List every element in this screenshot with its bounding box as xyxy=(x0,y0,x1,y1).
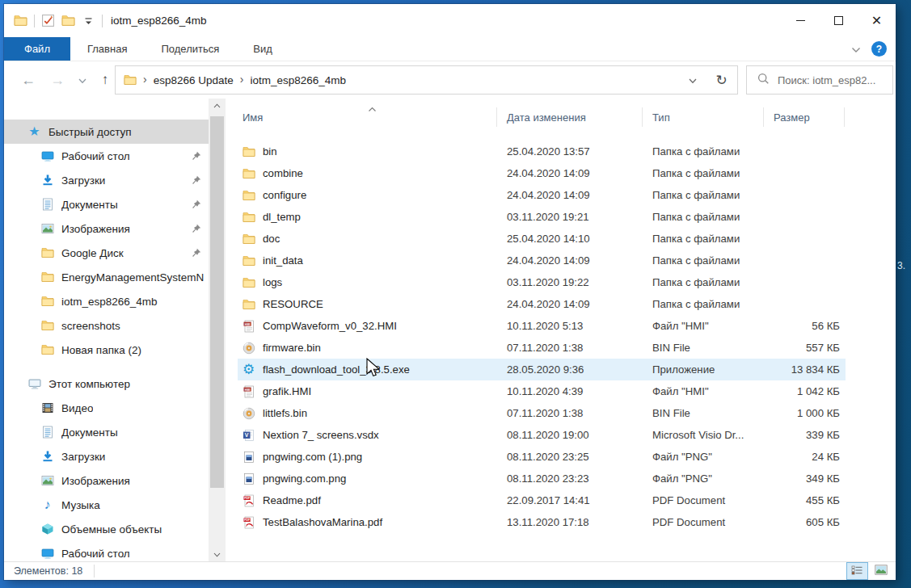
file-date: 25.04.2020 13:57 xyxy=(497,145,643,158)
file-name: RESOURCE xyxy=(263,298,323,310)
thumbnails-view-button[interactable] xyxy=(871,563,891,579)
titlebar[interactable]: iotm_esp8266_4mb ✕ xyxy=(4,4,896,37)
divider xyxy=(102,15,103,27)
breadcrumb-segment[interactable]: esp8266 Update xyxy=(154,74,234,86)
documents-icon xyxy=(40,198,54,212)
close-button[interactable]: ✕ xyxy=(858,4,896,37)
scroll-down-icon[interactable] xyxy=(209,548,226,561)
new-folder-icon[interactable] xyxy=(61,14,75,27)
file-name: init_data xyxy=(263,254,303,267)
sidebar-item[interactable]: Изображения xyxy=(4,468,209,493)
sidebar-section-header[interactable]: ★Быстрый доступ xyxy=(4,120,209,144)
downloads-icon xyxy=(40,450,54,464)
file-row[interactable]: combine24.04.2020 14:09Папка с файлами xyxy=(238,162,846,184)
file-row[interactable]: ⚙flash_download_tool_3.8.5.exe28.05.2020… xyxy=(238,359,846,380)
sidebar-item[interactable]: Документы xyxy=(4,192,209,216)
file-type: Папка с файлами xyxy=(643,233,764,245)
qat-dropdown-icon[interactable] xyxy=(82,14,95,27)
file-row[interactable]: firmware.bin07.11.2020 1:38BIN File557 К… xyxy=(238,337,846,359)
address-dropdown-button[interactable] xyxy=(680,66,706,94)
help-button[interactable]: ? xyxy=(871,41,887,57)
column-headers: Имя Дата изменения Тип Размер xyxy=(238,105,896,129)
file-type: Папка с файлами xyxy=(643,254,764,267)
pin-icon xyxy=(192,175,201,185)
status-bar: Элементов: 18 xyxy=(4,561,896,580)
sidebar-item-label: Документы xyxy=(61,426,118,439)
scrollbar-thumb[interactable] xyxy=(210,116,224,488)
sidebar-item[interactable]: Загрузки xyxy=(4,168,209,192)
file-size: 339 КБ xyxy=(764,429,845,441)
sidebar-item-label: Документы xyxy=(61,199,118,211)
file-type: Microsoft Visio Dr... xyxy=(643,429,764,441)
column-header-type[interactable]: Тип xyxy=(643,107,764,127)
sidebar-item[interactable]: iotm_esp8266_4mb xyxy=(4,289,209,313)
sidebar-item[interactable]: EnergyManagementSystemN xyxy=(4,265,209,289)
file-row[interactable]: HMIgrafik.HMI10.11.2020 4:39Файл "HMI"1 … xyxy=(238,380,846,402)
sidebar-item[interactable]: ♪Музыка xyxy=(4,493,209,517)
file-row[interactable]: littlefs.bin07.11.2020 1:38BIN File1 000… xyxy=(238,402,846,424)
png-file-icon xyxy=(242,472,255,485)
tab-home[interactable]: Главная xyxy=(70,37,144,61)
tab-file[interactable]: Файл xyxy=(4,37,70,61)
file-row[interactable]: PDFReadme.pdf22.09.2017 14:41PDF Documen… xyxy=(238,489,846,511)
file-type: PDF Document xyxy=(643,494,764,506)
file-row[interactable]: pngwing.com.png08.11.2020 23:23Файл "PNG… xyxy=(238,468,846,489)
column-header-size[interactable]: Размер xyxy=(764,107,845,127)
file-row[interactable]: HMICompWaveform_v0_32.HMI10.11.2020 5:13… xyxy=(238,315,846,337)
tab-view[interactable]: Вид xyxy=(236,37,289,61)
tab-share[interactable]: Поделиться xyxy=(144,37,236,61)
sidebar-item[interactable]: Видео xyxy=(4,396,209,420)
file-row[interactable]: RESOURCE24.04.2020 14:09Папка с файлами xyxy=(238,293,846,315)
thumbnails-view-icon xyxy=(875,565,888,578)
history-dropdown-button[interactable] xyxy=(74,61,91,99)
file-row[interactable]: init_data24.04.2020 14:09Папка с файлами xyxy=(238,250,846,271)
pin-icon xyxy=(192,151,201,161)
sidebar-item[interactable]: Документы xyxy=(4,420,209,444)
sidebar-scrollbar[interactable] xyxy=(209,99,226,561)
file-type: Папка с файлами xyxy=(643,189,764,201)
minimize-button[interactable] xyxy=(782,4,820,37)
maximize-button[interactable] xyxy=(820,4,858,37)
file-type: Приложение xyxy=(643,363,764,376)
column-header-date[interactable]: Дата изменения xyxy=(497,107,643,127)
refresh-button[interactable]: ↻ xyxy=(706,65,738,94)
sidebar-item[interactable]: Рабочий стол xyxy=(4,144,209,168)
view-toggle-buttons xyxy=(847,563,891,579)
sidebar-item[interactable]: screenshots xyxy=(4,313,209,338)
sidebar-item[interactable]: Рабочий стол xyxy=(4,541,209,561)
details-view-button[interactable] xyxy=(847,563,867,579)
scroll-up-icon[interactable] xyxy=(209,99,226,112)
file-row[interactable]: pngwing.com (1).png08.11.2020 23:25Файл … xyxy=(238,446,846,468)
file-date: 08.11.2020 23:23 xyxy=(497,472,643,485)
file-row[interactable]: configure24.04.2020 14:09Папка с файлами xyxy=(238,184,846,206)
file-row[interactable]: logs03.11.2020 19:22Папка с файлами xyxy=(238,271,846,293)
file-type: BIN File xyxy=(643,342,764,354)
checkmark-icon[interactable] xyxy=(41,14,55,27)
file-size: 24 КБ xyxy=(764,451,845,463)
sidebar-item[interactable]: Новая папка (2) xyxy=(4,338,209,362)
address-bar[interactable]: › esp8266 Update › iotm_esp8266_4mb xyxy=(115,65,706,94)
ribbon-collapse-chevron-icon[interactable] xyxy=(851,42,861,57)
file-type: Файл "PNG" xyxy=(643,451,764,463)
file-row[interactable]: bin25.04.2020 13:57Папка с файлами xyxy=(238,141,846,162)
sidebar-item[interactable]: Google Диск xyxy=(4,241,209,265)
chevron-down-icon xyxy=(689,73,697,87)
search-box[interactable]: Поиск: iotm_esp82... xyxy=(746,65,893,94)
file-name: flash_download_tool_3.8.5.exe xyxy=(263,363,410,376)
file-row[interactable]: PDFTestBalashovaMarina.pdf13.11.2020 17:… xyxy=(238,511,846,533)
folder-icon xyxy=(40,295,54,309)
pdf-file-icon: PDF xyxy=(242,494,255,507)
sidebar-item[interactable]: Загрузки xyxy=(4,444,209,468)
up-button[interactable]: ↑ xyxy=(93,61,117,99)
breadcrumb-segment[interactable]: iotm_esp8266_4mb xyxy=(250,74,346,86)
file-row[interactable]: doc25.04.2020 14:10Папка с файлами xyxy=(238,228,846,250)
sidebar-item[interactable]: Изображения xyxy=(4,216,209,241)
back-button[interactable]: ← xyxy=(15,61,41,99)
sidebar-item[interactable]: Объемные объекты xyxy=(4,517,209,541)
file-row[interactable]: dl_temp03.11.2020 19:21Папка с файлами xyxy=(238,206,846,228)
sidebar-section-header[interactable]: Этот компьютер xyxy=(4,372,209,396)
forward-button[interactable]: → xyxy=(44,61,70,99)
file-row[interactable]: VNextion 7_ screens.vsdx08.11.2020 19:00… xyxy=(238,424,846,446)
sort-ascending-icon[interactable] xyxy=(368,101,377,116)
file-name: bin xyxy=(263,145,277,158)
